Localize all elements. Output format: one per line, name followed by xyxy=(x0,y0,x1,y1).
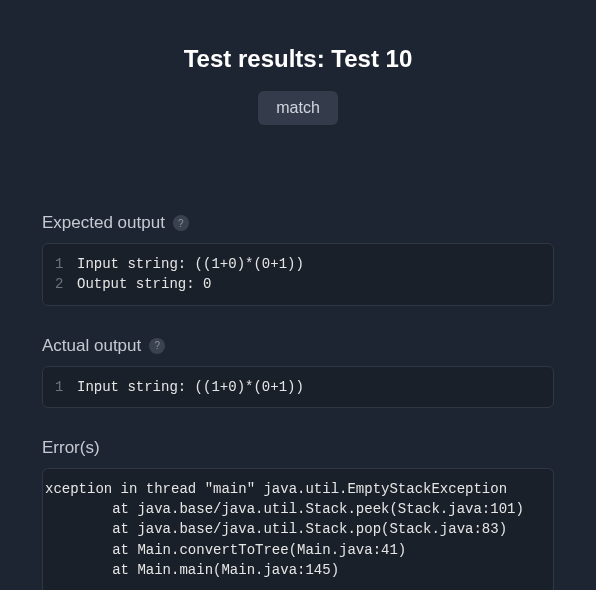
error-line: at java.base/java.util.Stack.peek(Stack.… xyxy=(45,499,553,519)
section-header: Expected output ? xyxy=(42,213,554,233)
test-results-panel: Test results: Test 10 match Expected out… xyxy=(0,0,596,590)
error-line: at Main.main(Main.java:145) xyxy=(45,560,553,580)
code-line: 1 Input string: ((1+0)*(0+1)) xyxy=(55,254,541,274)
line-number: 2 xyxy=(55,274,77,294)
error-line: at java.base/java.util.Stack.pop(Stack.j… xyxy=(45,519,553,539)
header: Test results: Test 10 match xyxy=(0,0,596,145)
error-line: at Main.convertToTree(Main.java:41) xyxy=(45,540,553,560)
errors-title: Error(s) xyxy=(42,438,100,458)
section-header: Actual output ? xyxy=(42,336,554,356)
code-line: 2 Output string: 0 xyxy=(55,274,541,294)
error-line: xception in thread "main" java.util.Empt… xyxy=(45,479,553,499)
help-icon[interactable]: ? xyxy=(149,338,165,354)
match-button[interactable]: match xyxy=(258,91,338,125)
actual-output-section: Actual output ? 1 Input string: ((1+0)*(… xyxy=(42,336,554,408)
page-title: Test results: Test 10 xyxy=(0,45,596,73)
line-number: 1 xyxy=(55,254,77,274)
line-content: Output string: 0 xyxy=(77,274,211,294)
line-content: Input string: ((1+0)*(0+1)) xyxy=(77,377,304,397)
errors-code: xception in thread "main" java.util.Empt… xyxy=(42,468,554,590)
errors-section: Error(s) xception in thread "main" java.… xyxy=(42,438,554,590)
actual-output-code: 1 Input string: ((1+0)*(0+1)) xyxy=(42,366,554,408)
expected-output-section: Expected output ? 1 Input string: ((1+0)… xyxy=(42,213,554,306)
help-icon[interactable]: ? xyxy=(173,215,189,231)
section-header: Error(s) xyxy=(42,438,554,458)
expected-output-code: 1 Input string: ((1+0)*(0+1)) 2 Output s… xyxy=(42,243,554,306)
content-area: Expected output ? 1 Input string: ((1+0)… xyxy=(0,145,596,590)
line-content: Input string: ((1+0)*(0+1)) xyxy=(77,254,304,274)
expected-output-title: Expected output xyxy=(42,213,165,233)
line-number: 1 xyxy=(55,377,77,397)
code-line: 1 Input string: ((1+0)*(0+1)) xyxy=(55,377,541,397)
actual-output-title: Actual output xyxy=(42,336,141,356)
